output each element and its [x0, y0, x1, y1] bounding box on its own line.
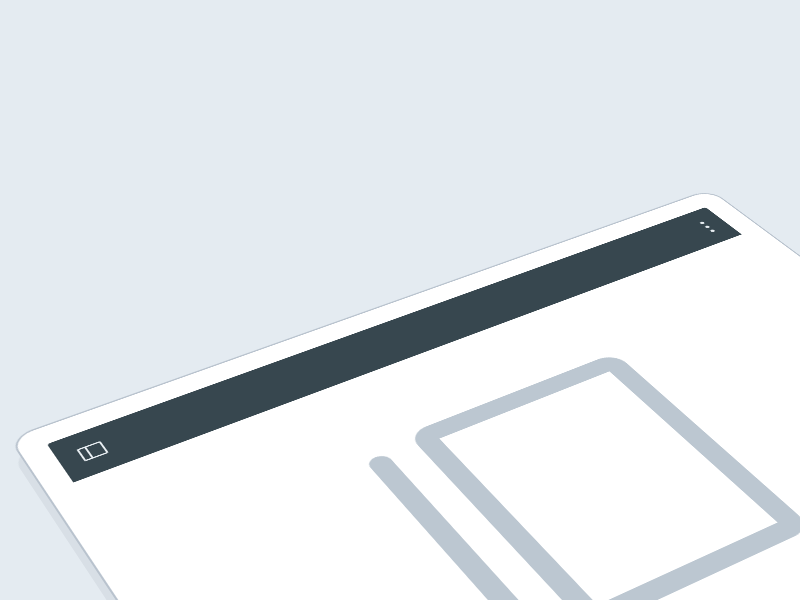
more-vertical-icon[interactable] [699, 221, 715, 232]
side-panel-icon[interactable] [76, 441, 109, 462]
placeholder-bar [365, 453, 550, 600]
app-screen [47, 207, 800, 600]
device-face [8, 189, 800, 600]
tablet-device [8, 189, 800, 600]
illustration-stage [0, 0, 800, 600]
placeholder-frame [407, 353, 800, 600]
